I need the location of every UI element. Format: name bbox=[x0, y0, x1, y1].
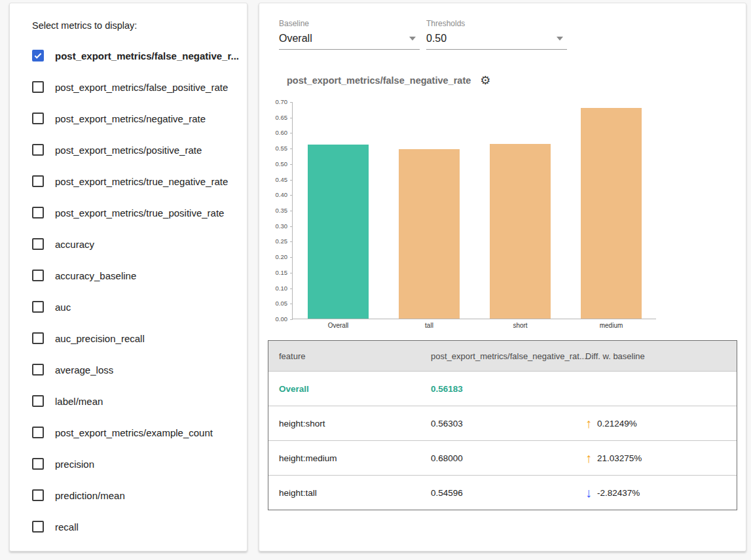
y-axis-tick-label: 0.65 bbox=[265, 114, 287, 121]
metric-checkbox-item[interactable]: precision bbox=[32, 448, 238, 480]
y-axis-tick-mark bbox=[290, 180, 293, 181]
checkbox-unchecked-icon[interactable] bbox=[32, 81, 44, 93]
table-cell-value: 0.56183 bbox=[431, 384, 585, 394]
checkbox-unchecked-icon[interactable] bbox=[32, 238, 44, 250]
y-axis-tick-mark bbox=[290, 241, 293, 242]
metric-checkbox-item[interactable]: post_export_metrics/true_positive_rate bbox=[32, 197, 238, 228]
table-row: height:tall0.54596↓-2.82437% bbox=[268, 475, 737, 510]
y-axis-tick-label: 0.00 bbox=[265, 316, 287, 323]
table-row: height:medium0.68000↑21.03275% bbox=[268, 440, 737, 475]
checkbox-unchecked-icon[interactable] bbox=[32, 332, 44, 344]
metric-checkbox-item[interactable]: auc bbox=[32, 291, 238, 323]
checkbox-unchecked-icon[interactable] bbox=[32, 301, 44, 313]
y-axis-tick-mark bbox=[290, 257, 293, 258]
y-axis-tick-label: 0.50 bbox=[265, 161, 287, 167]
y-axis-tick-mark bbox=[290, 102, 293, 103]
table-cell-value: 0.68000 bbox=[431, 453, 585, 463]
table-cell-feature: height:short bbox=[279, 419, 431, 429]
metric-checkbox-item[interactable]: label/mean bbox=[32, 385, 238, 417]
x-axis-tick-label: tall bbox=[384, 322, 475, 329]
metric-label: auc_precision_recall bbox=[55, 333, 145, 344]
table-header-row: feature post_export_metrics/false_negati… bbox=[268, 341, 737, 371]
metric-label: average_loss bbox=[55, 364, 113, 376]
table-header-diff: Diff. w. baseline bbox=[585, 351, 726, 361]
checkbox-unchecked-icon[interactable] bbox=[32, 489, 44, 501]
baseline-select[interactable]: Baseline Overall bbox=[279, 19, 420, 50]
metric-selector-panel: Select metrics to display: post_export_m… bbox=[9, 3, 247, 551]
baseline-select-value[interactable]: Overall bbox=[279, 31, 420, 50]
y-axis-tick-mark bbox=[290, 195, 293, 196]
y-axis-tick-mark bbox=[290, 226, 293, 227]
metric-label: post_export_metrics/false_positive_rate bbox=[55, 82, 228, 93]
metric-label: precision bbox=[55, 459, 94, 470]
gear-icon[interactable]: ⚙ bbox=[480, 75, 490, 86]
y-axis-tick-label: 0.10 bbox=[265, 285, 287, 292]
metric-checkbox-item[interactable]: post_export_metrics/example_count bbox=[32, 417, 238, 448]
metric-label: post_export_metrics/false_negative_r... bbox=[55, 50, 239, 61]
checkbox-unchecked-icon[interactable] bbox=[32, 175, 44, 187]
bar-tall[interactable] bbox=[399, 149, 460, 319]
arrow-down-icon: ↓ bbox=[585, 486, 592, 499]
metric-checkbox-item[interactable]: average_loss bbox=[32, 354, 238, 385]
y-axis-tick-label: 0.40 bbox=[265, 192, 287, 198]
checkbox-checked-icon[interactable] bbox=[32, 50, 44, 61]
checkbox-unchecked-icon[interactable] bbox=[32, 144, 44, 156]
metric-checkbox-item[interactable]: post_export_metrics/false_positive_rate bbox=[32, 71, 238, 103]
thresholds-selected-option: 0.50 bbox=[426, 33, 447, 44]
metric-checkbox-item[interactable]: auc_precision_recall bbox=[32, 323, 238, 354]
table-cell-feature: Overall bbox=[279, 384, 431, 394]
chart-title-row: post_export_metrics/false_negative_rate … bbox=[287, 75, 746, 86]
metric-checkbox-item[interactable]: post_export_metrics/positive_rate bbox=[32, 134, 238, 166]
bar-overall[interactable] bbox=[308, 145, 369, 319]
thresholds-select[interactable]: Thresholds 0.50 bbox=[426, 19, 567, 50]
bar-short[interactable] bbox=[490, 144, 551, 319]
checkbox-unchecked-icon[interactable] bbox=[32, 113, 44, 124]
metric-checkbox-item[interactable]: post_export_metrics/negative_rate bbox=[32, 103, 238, 134]
y-axis-tick-mark bbox=[290, 273, 293, 273]
y-axis-tick-label: 0.55 bbox=[265, 145, 287, 152]
y-axis-tick-label: 0.15 bbox=[265, 270, 287, 276]
y-axis-tick-label: 0.35 bbox=[265, 207, 287, 214]
table-header-feature: feature bbox=[279, 351, 431, 361]
bar-medium[interactable] bbox=[581, 108, 642, 319]
y-axis-tick-mark bbox=[290, 149, 293, 149]
baseline-selected-option: Overall bbox=[279, 33, 312, 44]
metric-checkbox-item[interactable]: post_export_metrics/false_negative_r... bbox=[32, 40, 238, 71]
metric-checkbox-item[interactable]: accuracy_baseline bbox=[32, 260, 238, 291]
x-axis-tick-label: Overall bbox=[293, 322, 384, 329]
thresholds-select-value[interactable]: 0.50 bbox=[426, 31, 567, 50]
metric-label: post_export_metrics/example_count bbox=[55, 427, 213, 438]
table-cell-value: 0.54596 bbox=[431, 488, 585, 498]
metric-label: accuracy_baseline bbox=[55, 270, 136, 281]
diff-value: -2.82437% bbox=[597, 488, 640, 498]
metric-checkbox-item[interactable]: prediction/mean bbox=[32, 480, 238, 511]
checkbox-unchecked-icon[interactable] bbox=[32, 364, 44, 376]
table-header-metric: post_export_metrics/false_negative_rat..… bbox=[431, 351, 585, 361]
metric-label: post_export_metrics/true_negative_rate bbox=[55, 176, 228, 187]
metrics-table: feature post_export_metrics/false_negati… bbox=[268, 340, 737, 510]
table-row: Overall0.56183 bbox=[268, 371, 737, 406]
metric-label: post_export_metrics/negative_rate bbox=[55, 113, 206, 124]
metric-list: post_export_metrics/false_negative_r...p… bbox=[32, 40, 238, 542]
checkbox-unchecked-icon[interactable] bbox=[32, 521, 44, 533]
metric-checkbox-item[interactable]: post_export_metrics/true_negative_rate bbox=[32, 166, 238, 197]
checkbox-unchecked-icon[interactable] bbox=[32, 458, 44, 470]
checkbox-unchecked-icon[interactable] bbox=[32, 270, 44, 281]
table-cell-feature: height:medium bbox=[279, 453, 431, 463]
y-axis-tick-label: 0.45 bbox=[265, 177, 287, 183]
checkbox-unchecked-icon[interactable] bbox=[32, 207, 44, 219]
checkbox-unchecked-icon[interactable] bbox=[32, 427, 44, 438]
table-cell-diff: ↓-2.82437% bbox=[585, 486, 726, 499]
metric-checkbox-item[interactable]: accuracy bbox=[32, 228, 238, 260]
metric-label: auc bbox=[55, 302, 71, 313]
table-cell-feature: height:tall bbox=[279, 488, 431, 498]
panel-title: Select metrics to display: bbox=[32, 20, 238, 31]
metric-label: prediction/mean bbox=[55, 490, 125, 501]
y-axis-tick-label: 0.60 bbox=[265, 130, 287, 136]
arrow-up-icon: ↑ bbox=[585, 417, 592, 430]
x-axis-tick-label: short bbox=[475, 322, 566, 329]
y-axis-tick-mark bbox=[290, 211, 293, 211]
checkbox-unchecked-icon[interactable] bbox=[32, 395, 44, 407]
metric-checkbox-item[interactable]: recall bbox=[32, 511, 238, 542]
controls-row: Baseline Overall Thresholds 0.50 bbox=[259, 19, 746, 50]
